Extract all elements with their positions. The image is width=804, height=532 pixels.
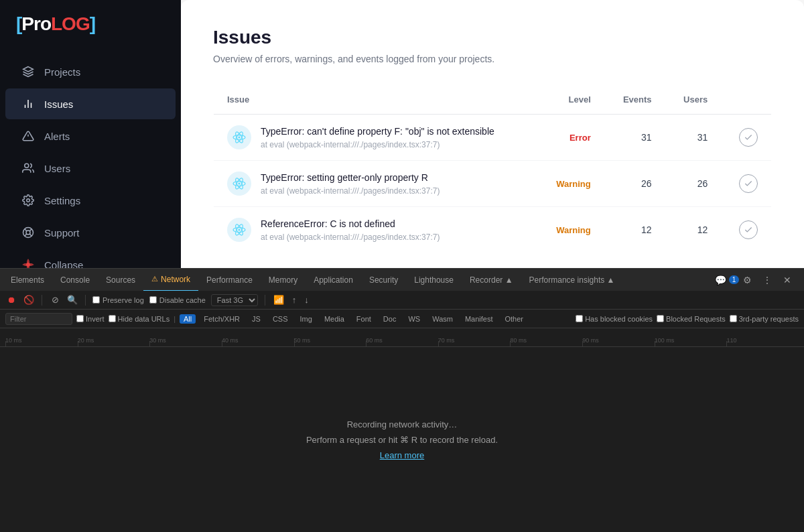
filter-doc-button[interactable]: Doc	[379, 314, 401, 324]
learn-more-link[interactable]: Learn more	[380, 450, 424, 460]
sidebar-item-projects[interactable]: Projects	[5, 56, 176, 87]
events-cell-3: 12	[604, 207, 665, 253]
devtools-panel: Elements Console Sources ⚠ Network Perfo…	[0, 268, 804, 532]
filter-all-button[interactable]: All	[180, 314, 196, 324]
svg-marker-0	[23, 67, 34, 72]
invert-checkbox[interactable]: Invert	[76, 315, 105, 323]
layers-icon	[21, 65, 35, 78]
svg-line-13	[25, 234, 27, 236]
issues-table: Issue Level Events Users	[213, 84, 772, 253]
sidebar-item-users[interactable]: Users	[5, 153, 176, 184]
react-icon-2	[227, 172, 251, 196]
tab-console[interactable]: Console	[52, 269, 98, 291]
sidebar-item-issues[interactable]: Issues	[5, 88, 176, 119]
clear-button[interactable]: 🚫	[23, 294, 35, 306]
sidebar-item-alerts-label: Alerts	[44, 131, 70, 142]
tab-network[interactable]: ⚠ Network	[143, 269, 198, 291]
disable-cache-input[interactable]	[149, 296, 157, 304]
filter-img-button[interactable]: Img	[296, 314, 316, 324]
filter-input[interactable]	[5, 313, 72, 325]
tab-recorder[interactable]: Recorder ▲	[462, 269, 521, 291]
level-badge-1: Error	[570, 133, 591, 143]
tab-performance[interactable]: Performance	[198, 269, 261, 291]
tab-performance-insights[interactable]: Performance insights ▲	[521, 269, 623, 291]
filter-ws-button[interactable]: WS	[404, 314, 424, 324]
users-cell-2: 26	[665, 161, 722, 207]
third-party-checkbox[interactable]: 3rd-party requests	[730, 315, 799, 323]
svg-point-26	[239, 229, 241, 231]
bar-chart-icon	[21, 97, 35, 111]
invert-label: Invert	[86, 315, 105, 323]
tab-lighthouse[interactable]: Lighthouse	[406, 269, 462, 291]
support-icon	[21, 226, 35, 239]
throttle-select[interactable]: Fast 3G	[211, 294, 258, 306]
console-badge-button[interactable]: 💬 1	[718, 271, 736, 289]
more-button[interactable]: ⋮	[758, 271, 776, 289]
svg-point-22	[239, 183, 241, 185]
filter-js-button[interactable]: JS	[248, 314, 265, 324]
record-button[interactable]: ⏺	[5, 294, 17, 306]
issue-subtitle-1: at eval (webpack-internal:///./pages/ind…	[261, 140, 494, 149]
users-cell-1: 31	[665, 115, 722, 161]
tab-security[interactable]: Security	[361, 269, 406, 291]
tab-memory[interactable]: Memory	[261, 269, 306, 291]
filter-media-button[interactable]: Media	[320, 314, 348, 324]
filter-manifest-button[interactable]: Manifest	[461, 314, 497, 324]
preserve-log-input[interactable]	[92, 296, 100, 304]
sidebar-item-support-label: Support	[44, 227, 80, 239]
upload-button[interactable]: ↑	[291, 295, 298, 305]
disable-cache-checkbox[interactable]: Disable cache	[149, 296, 206, 304]
toolbar-divider-2	[85, 295, 86, 306]
tab-elements[interactable]: Elements	[3, 269, 52, 291]
wifi-button[interactable]: 📶	[272, 295, 285, 305]
tab-application[interactable]: Application	[306, 269, 361, 291]
col-level: Level	[537, 85, 604, 115]
hide-data-urls-checkbox[interactable]: Hide data URLs	[109, 315, 170, 323]
network-hint-text: Perform a request or hit ⌘ R to record t…	[306, 435, 498, 445]
timeline-tick-0: 10 ms	[5, 328, 78, 346]
tab-sources[interactable]: Sources	[98, 269, 143, 291]
events-cell-2: 26	[604, 161, 665, 207]
devtools-filterbar: Invert Hide data URLs | All Fetch/XHR JS…	[0, 310, 804, 328]
sidebar-item-support[interactable]: Support	[5, 217, 176, 248]
blocked-requests-label: Blocked Requests	[666, 315, 726, 323]
search-button[interactable]: 🔍	[66, 294, 78, 306]
resolve-button-1[interactable]	[739, 128, 758, 147]
warning-icon: ⚠	[151, 275, 158, 283]
col-events: Events	[604, 85, 665, 115]
sidebar-item-issues-label: Issues	[44, 98, 73, 110]
filter-other-button[interactable]: Other	[501, 314, 528, 324]
has-blocked-cookies-label: Has blocked cookies	[585, 315, 653, 323]
filter-icon-button[interactable]: ⊘	[49, 294, 61, 306]
settings-button[interactable]: ⚙	[738, 271, 756, 289]
col-users: Users	[665, 85, 722, 115]
download-button[interactable]: ↓	[303, 295, 310, 305]
level-cell-1: Error	[537, 115, 604, 161]
svg-line-11	[29, 234, 31, 236]
svg-point-9	[26, 230, 30, 235]
level-badge-3: Warning	[556, 225, 591, 235]
sidebar-item-alerts[interactable]: Alerts	[5, 121, 176, 151]
events-cell-1: 31	[604, 115, 665, 161]
resolve-button-2[interactable]	[739, 174, 758, 193]
timeline-tick-7: 80 ms	[510, 328, 582, 346]
devtools-timeline: 10 ms 20 ms 30 ms 40 ms 50 ms 60 ms	[0, 328, 804, 347]
svg-point-6	[25, 163, 29, 168]
sidebar-item-users-label: Users	[44, 163, 70, 174]
level-cell-3: Warning	[537, 207, 604, 253]
filter-fetchxhr-button[interactable]: Fetch/XHR	[200, 314, 244, 324]
page-subtitle: Overview of errors, warnings, and events…	[213, 54, 772, 64]
blocked-requests-checkbox[interactable]: Blocked Requests	[657, 315, 726, 323]
issue-subtitle-2: at eval (webpack-internal:///./pages/ind…	[261, 186, 440, 196]
issue-title-1: TypeError: can't define property F: "obj…	[261, 125, 494, 139]
filter-wasm-button[interactable]: Wasm	[428, 314, 457, 324]
filter-font-button[interactable]: Font	[352, 314, 375, 324]
resolve-button-3[interactable]	[739, 220, 758, 239]
sidebar-item-settings[interactable]: Settings	[5, 185, 176, 216]
close-devtools-button[interactable]: ✕	[779, 271, 796, 289]
issue-subtitle-3: at eval (webpack-internal:///./pages/ind…	[261, 232, 440, 242]
preserve-log-checkbox[interactable]: Preserve log	[92, 296, 144, 304]
has-blocked-cookies-checkbox[interactable]: Has blocked cookies	[576, 315, 653, 323]
filter-css-button[interactable]: CSS	[269, 314, 292, 324]
action-cell-1	[721, 115, 771, 161]
